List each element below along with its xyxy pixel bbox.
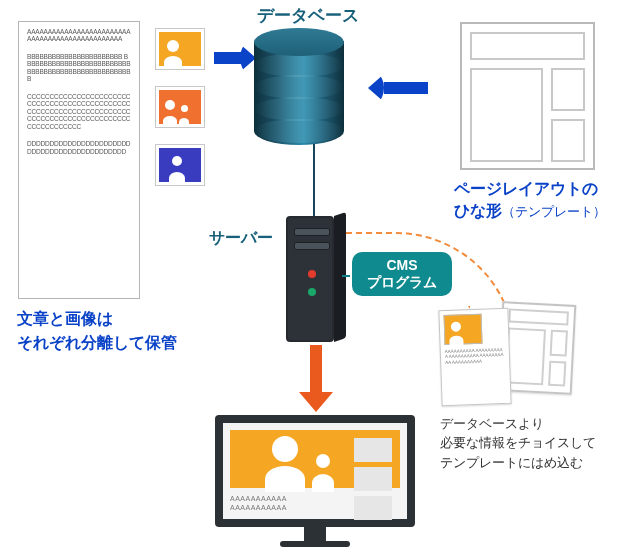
arrow-content-to-db-icon xyxy=(214,52,242,64)
assembly-l3: テンプレートにはめ込む xyxy=(440,456,583,470)
assembly-content-text: AAAAAAAAAA AAAAAAAAAA AAAAAAAAAA AAAAAAA… xyxy=(445,347,506,365)
assembly-l2: 必要な情報をチョイスして xyxy=(440,436,596,450)
text-document: AAAAAAAAAAAAAAAAAAAAAAAAAAAAAAAAAAAAAAAA… xyxy=(18,21,140,299)
arrow-server-to-monitor-shaft xyxy=(310,345,322,395)
database-label: データベース xyxy=(257,4,359,27)
server-label: サーバー xyxy=(209,228,273,249)
template-wireframe xyxy=(460,22,595,170)
template-caption-l1: ページレイアウトの xyxy=(454,180,598,197)
assembly-l1: データベースより xyxy=(440,417,544,431)
separation-caption: 文章と画像は それぞれ分離して保管 xyxy=(17,307,177,355)
template-caption: ページレイアウトの ひな形（テンプレート） xyxy=(454,178,606,223)
assembly-content-sheet: AAAAAAAAAA AAAAAAAAAA AAAAAAAAAA AAAAAAA… xyxy=(438,308,511,406)
image-thumb-1 xyxy=(155,28,205,70)
server-icon xyxy=(286,216,342,342)
arrow-server-to-monitor-icon xyxy=(299,392,333,412)
assembly-caption: データベースより 必要な情報をチョイスして テンプレートにはめ込む xyxy=(440,415,596,473)
image-thumb-3 xyxy=(155,144,205,186)
client-monitor: AAAAAAAAAAA AAAAAAAAAAA xyxy=(215,415,415,541)
doc-block-d: DDDDDDDDDDDDDDDDDDDDDDDDDDDDDDDDDDDDDDDD… xyxy=(27,140,131,155)
connector-db-server xyxy=(313,144,315,216)
doc-block-c: CCCCCCCCCCCCCCCCCCCCCCC CCCCCCCCCCCCCCCC… xyxy=(27,93,131,130)
separation-l1: 文章と画像は xyxy=(17,310,113,327)
template-caption-l2a: ひな形 xyxy=(454,202,502,219)
doc-block-a: AAAAAAAAAAAAAAAAAAAAAAAAAAAAAAAAAAAAAAAA… xyxy=(27,28,131,43)
monitor-sidebar xyxy=(354,438,392,520)
image-thumb-2 xyxy=(155,86,205,128)
doc-block-b: BBBBBBBBBBBBBBBBBBBBBBB BBBBBBBBBBBBBBBB… xyxy=(27,53,131,83)
separation-l2: それぞれ分離して保管 xyxy=(17,334,177,351)
database-icon xyxy=(254,28,344,143)
template-caption-l2b: （テンプレート） xyxy=(502,204,606,219)
arrow-template-to-db-icon xyxy=(384,82,428,94)
